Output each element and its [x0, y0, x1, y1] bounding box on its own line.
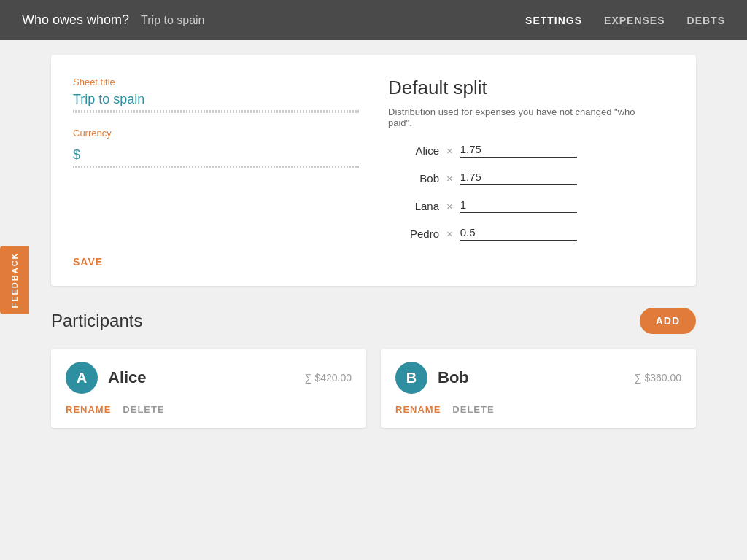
currency-underline: [73, 167, 359, 168]
participant-actions-bob: RENAME DELETE: [395, 404, 681, 415]
split-input-alice[interactable]: [460, 143, 577, 158]
header-nav: SETTINGS EXPENSES DEBTS: [525, 15, 725, 26]
delete-bob-button[interactable]: DELETE: [452, 404, 494, 415]
participants-header: Participants ADD: [51, 308, 696, 334]
participants-title: Participants: [51, 311, 142, 331]
split-input-pedro[interactable]: [460, 226, 577, 241]
rename-bob-button[interactable]: RENAME: [395, 404, 441, 415]
split-input-bob[interactable]: [460, 171, 577, 185]
default-split-title: Default split: [388, 77, 674, 99]
save-button[interactable]: SAVE: [73, 256, 103, 268]
settings-right-panel: Default split Distribution used for expe…: [388, 77, 674, 268]
delete-alice-button[interactable]: DELETE: [123, 404, 164, 415]
feedback-container: FEEDBACK: [0, 246, 29, 314]
split-x-alice: ×: [446, 144, 453, 157]
split-x-lana: ×: [446, 200, 453, 212]
split-name-lana: Lana: [388, 200, 439, 212]
participant-sum-alice: ∑ $420.00: [305, 372, 352, 384]
split-name-alice: Alice: [388, 144, 439, 157]
split-row-bob: Bob ×: [388, 171, 674, 185]
main-content: Sheet title Currency SAVE Default split …: [0, 40, 747, 443]
split-input-lana[interactable]: [460, 198, 577, 213]
add-participant-button[interactable]: ADD: [640, 308, 696, 334]
split-name-bob: Bob: [388, 172, 439, 184]
avatar-bob: B: [395, 362, 427, 394]
split-x-bob: ×: [446, 172, 453, 184]
nav-expenses[interactable]: EXPENSES: [604, 15, 665, 26]
participant-card-bob: B Bob ∑ $360.00 RENAME DELETE: [381, 349, 696, 428]
participant-sum-bob: ∑ $360.00: [635, 372, 681, 384]
sheet-title-input[interactable]: [73, 92, 359, 112]
nav-settings[interactable]: SETTINGS: [525, 15, 582, 26]
app-brand: Who owes whom?: [22, 12, 129, 28]
participant-actions-alice: RENAME DELETE: [66, 404, 352, 415]
split-row-lana: Lana ×: [388, 198, 674, 213]
default-split-desc: Distribution used for expenses you have …: [388, 106, 636, 128]
participant-name-bob: Bob: [438, 368, 469, 387]
settings-card: Sheet title Currency SAVE Default split …: [51, 55, 696, 286]
settings-left-panel: Sheet title Currency SAVE: [73, 77, 359, 268]
rename-alice-button[interactable]: RENAME: [66, 404, 111, 415]
split-row-pedro: Pedro ×: [388, 226, 674, 241]
participant-card-alice: A Alice ∑ $420.00 RENAME DELETE: [51, 349, 366, 428]
currency-label: Currency: [73, 128, 359, 139]
avatar-alice: A: [66, 362, 98, 394]
sheet-title-underline: [73, 112, 359, 113]
split-name-pedro: Pedro: [388, 228, 439, 240]
split-row-alice: Alice ×: [388, 143, 674, 158]
participant-top-bob: B Bob ∑ $360.00: [395, 362, 681, 394]
participant-name-alice: Alice: [108, 368, 147, 387]
participant-grid: A Alice ∑ $420.00 RENAME DELETE B Bob ∑ …: [51, 349, 696, 428]
nav-debts[interactable]: DEBTS: [687, 15, 725, 26]
participant-top-alice: A Alice ∑ $420.00: [66, 362, 352, 394]
header-sheet-name: Trip to spain: [141, 14, 204, 27]
app-header: Who owes whom? Trip to spain SETTINGS EX…: [0, 0, 747, 40]
split-x-pedro: ×: [446, 228, 453, 240]
sheet-title-label: Sheet title: [73, 77, 359, 88]
feedback-tab[interactable]: FEEDBACK: [0, 246, 29, 314]
currency-input[interactable]: [73, 147, 359, 167]
